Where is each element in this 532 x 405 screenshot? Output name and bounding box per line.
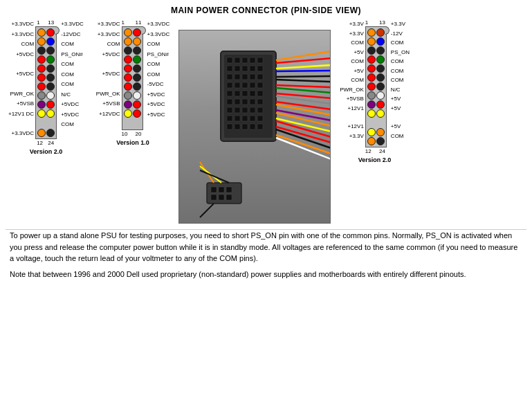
- svg-rect-18: [235, 82, 240, 88]
- svg-rect-34: [242, 107, 248, 113]
- svg-rect-3: [235, 57, 240, 63]
- svg-rect-2: [227, 57, 232, 63]
- text-paragraph-2: Note that between 1996 and 2000 Dell use…: [10, 269, 522, 280]
- svg-rect-5: [250, 57, 255, 63]
- svg-rect-67: [207, 183, 241, 204]
- v24-pin-body: 113: [365, 19, 389, 154]
- svg-rect-22: [227, 91, 232, 96]
- svg-rect-20: [250, 82, 255, 88]
- svg-rect-7: [227, 66, 232, 71]
- diagram-area: +3.3VDC +3.3VDC COM +5VDC +5VDC PWR_OK +…: [6, 19, 526, 224]
- text-paragraph-1: To power up a stand alone PSU for testin…: [10, 230, 522, 264]
- connector-v10: +3.3VDC +3.3VDC COM +5VDC +5VDC PWR_OK +…: [96, 19, 169, 224]
- svg-rect-46: [257, 124, 263, 129]
- svg-rect-13: [235, 74, 240, 80]
- v20-right-labels: +3.3VDC -12VDC COM PS_ON# COM COM COM N/…: [61, 19, 84, 140]
- svg-rect-11: [257, 66, 263, 71]
- svg-line-66: [276, 138, 331, 159]
- v10-left-labels: +3.3VDC +3.3VDC COM +5VDC +5VDC PWR_OK +…: [96, 19, 120, 129]
- svg-rect-43: [235, 124, 240, 129]
- svg-rect-15: [250, 74, 255, 80]
- svg-rect-69: [219, 187, 224, 192]
- svg-rect-32: [227, 107, 232, 113]
- svg-rect-27: [227, 99, 232, 105]
- svg-line-77: [200, 204, 214, 217]
- svg-rect-35: [250, 107, 255, 113]
- v10-pin-body: 111: [122, 19, 146, 137]
- v10-label: Version 1.0: [116, 139, 149, 146]
- svg-line-49: [276, 65, 331, 69]
- svg-rect-30: [250, 99, 255, 105]
- svg-line-76: [200, 170, 229, 183]
- svg-rect-36: [257, 107, 263, 113]
- svg-rect-25: [250, 91, 255, 96]
- v20-label: Version 2.0: [30, 148, 63, 155]
- svg-rect-68: [211, 187, 217, 192]
- svg-rect-31: [257, 99, 263, 105]
- svg-rect-29: [242, 99, 248, 105]
- svg-line-50: [276, 71, 331, 71]
- svg-rect-28: [235, 99, 240, 105]
- svg-rect-16: [257, 74, 263, 80]
- svg-rect-17: [227, 82, 232, 88]
- svg-rect-41: [257, 116, 263, 121]
- svg-rect-38: [235, 116, 240, 121]
- svg-rect-23: [235, 91, 240, 96]
- svg-rect-73: [226, 195, 232, 200]
- v24-version-label: Version 2.0: [358, 156, 392, 163]
- main-container: MAIN POWER CONNECTOR (PIN-SIDE VIEW) +3.…: [0, 0, 532, 405]
- svg-rect-24: [242, 91, 248, 96]
- v20-left-labels: +3.3VDC +3.3VDC COM +5VDC +5VDC PWR_OK +…: [8, 19, 34, 139]
- svg-rect-4: [242, 57, 248, 63]
- svg-rect-6: [257, 57, 263, 63]
- svg-rect-14: [242, 74, 248, 80]
- page-title: MAIN POWER CONNECTOR (PIN-SIDE VIEW): [6, 6, 526, 15]
- svg-rect-39: [242, 116, 248, 121]
- svg-rect-12: [227, 74, 232, 80]
- svg-rect-21: [257, 82, 263, 88]
- svg-rect-45: [250, 124, 255, 129]
- svg-rect-72: [219, 195, 224, 200]
- v24-left-labels: +3.3V +3.3V COM +5V COM +5V COM PWR_OK +…: [340, 19, 364, 141]
- svg-rect-9: [242, 66, 248, 71]
- svg-rect-19: [242, 82, 248, 88]
- connector-v20: +3.3VDC +3.3VDC COM +5VDC +5VDC PWR_OK +…: [8, 19, 84, 224]
- svg-line-52: [276, 80, 331, 82]
- svg-line-51: [276, 76, 331, 77]
- svg-rect-37: [227, 116, 232, 121]
- connector-v24: +3.3V +3.3V COM +5V COM +5V COM PWR_OK +…: [340, 19, 410, 224]
- svg-rect-10: [250, 66, 255, 71]
- text-section: To power up a stand alone PSU for testin…: [6, 229, 526, 280]
- svg-rect-33: [235, 107, 240, 113]
- svg-rect-42: [227, 124, 232, 129]
- svg-rect-70: [226, 187, 232, 192]
- svg-line-53: [276, 85, 331, 87]
- svg-rect-26: [257, 91, 263, 96]
- v10-right-labels: +3.3VDC +3.3VDC COM PS_ON# COM COM -5VDC…: [147, 19, 170, 129]
- svg-line-64: [276, 129, 331, 148]
- svg-rect-44: [242, 124, 248, 129]
- svg-rect-71: [211, 195, 217, 200]
- svg-line-54: [276, 88, 331, 93]
- v20-pin-body: 113: [35, 19, 59, 146]
- connector-photo: [178, 30, 331, 224]
- svg-rect-8: [235, 66, 240, 71]
- v24-right-labels: +3.3V -12V COM PS_ON COM COM COM N/C +5V…: [391, 19, 410, 141]
- svg-rect-40: [250, 116, 255, 121]
